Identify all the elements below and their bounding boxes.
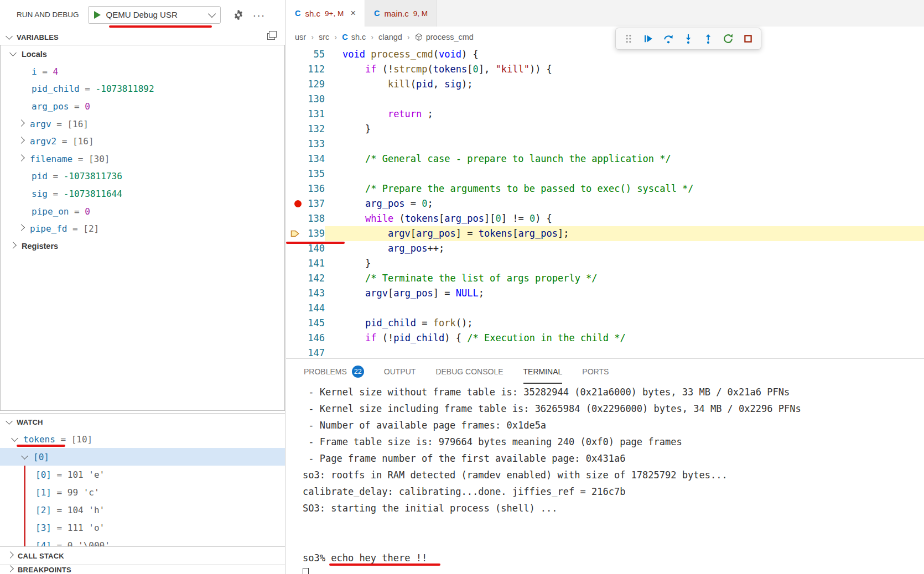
- tree-group-row[interactable]: Registers: [1, 238, 284, 255]
- more-actions-icon[interactable]: ···: [253, 9, 266, 20]
- code-line: 143 argv[arg_pos] = NULL;: [286, 286, 924, 301]
- collapse-panels-icon[interactable]: [267, 33, 275, 40]
- code-area[interactable]: 55void process_cmd(void) {112 if (!strcm…: [286, 47, 924, 358]
- breakpoint-gutter[interactable]: [286, 62, 303, 77]
- tree-variable-row[interactable]: sig = -1073811644: [1, 185, 284, 203]
- tree-group-row[interactable]: Locals: [1, 45, 284, 63]
- watch-section-header[interactable]: WATCH: [0, 414, 285, 430]
- line-number: 132: [303, 122, 325, 137]
- run-and-debug-title: RUN AND DEBUG: [17, 11, 79, 19]
- watch-row[interactable]: [3] = 111 'o': [0, 519, 285, 536]
- tree-variable-row[interactable]: pid = -1073811736: [1, 168, 284, 185]
- watch-tree[interactable]: tokens = [10][0][0] = 101 'e'[1] = 99 'c…: [0, 430, 285, 547]
- tree-variable-row[interactable]: pid_child = -1073811892: [1, 80, 284, 98]
- watch-row[interactable]: [2] = 104 'h': [0, 501, 285, 519]
- breakpoint-gutter[interactable]: [286, 316, 303, 331]
- editor-area: Csh.c9+, M×Cmain.c9, M usr›src›Csh.c›cla…: [286, 0, 924, 574]
- stop-button[interactable]: [740, 30, 756, 47]
- tab-sh.c[interactable]: Csh.c9+, M×: [286, 0, 365, 27]
- breakpoint-gutter[interactable]: [286, 226, 303, 241]
- breakpoint-gutter[interactable]: [286, 166, 303, 181]
- tree-variable-row[interactable]: argv = [16]: [1, 115, 284, 133]
- code-line: 133: [286, 137, 924, 152]
- breadcrumb-item[interactable]: process_cmd: [415, 33, 474, 41]
- run-and-debug-sidebar: RUN AND DEBUG QEMU Debug USR ··· VARIABL…: [0, 0, 285, 574]
- line-number: 139: [303, 226, 325, 241]
- panel-tab-debug-console[interactable]: DEBUG CONSOLE: [435, 359, 503, 384]
- step-into-button[interactable]: [680, 30, 697, 47]
- terminal-cursor: [303, 568, 309, 574]
- watch-row[interactable]: [0] = 101 'e': [0, 466, 285, 483]
- code-line: 136 /* Prepare the arguments to be passe…: [286, 181, 924, 196]
- panel-tab-problems[interactable]: PROBLEMS22: [304, 359, 364, 384]
- breakpoints-section[interactable]: BREAKPOINTS: [0, 565, 285, 574]
- chevron-right-icon[interactable]: [18, 224, 25, 231]
- step-over-button[interactable]: [660, 30, 677, 47]
- gear-icon[interactable]: [233, 9, 244, 20]
- code-line: 145 pid_child = fork();: [286, 316, 924, 331]
- breakpoint-gutter[interactable]: [286, 211, 303, 226]
- chevron-right-icon[interactable]: [18, 154, 25, 161]
- breakpoint-gutter[interactable]: [286, 196, 303, 211]
- breakpoint-gutter[interactable]: [286, 47, 303, 62]
- breakpoint-gutter[interactable]: [286, 77, 303, 92]
- terminal-command: echo hey there !!: [331, 552, 427, 563]
- watch-row[interactable]: [1] = 99 'c': [0, 483, 285, 501]
- line-number: 141: [303, 256, 325, 271]
- step-out-button[interactable]: [700, 30, 717, 47]
- breakpoint-gutter[interactable]: [286, 152, 303, 166]
- chevron-down-icon[interactable]: [11, 435, 18, 442]
- code-line: 147: [286, 346, 924, 358]
- breakpoint-gutter[interactable]: [286, 92, 303, 107]
- tree-variable-row[interactable]: argv2 = [16]: [1, 133, 284, 150]
- breadcrumb-item[interactable]: src: [319, 33, 329, 41]
- breakpoint-gutter[interactable]: [286, 271, 303, 286]
- drag-handle-icon[interactable]: [620, 30, 637, 47]
- line-number: 144: [303, 301, 325, 316]
- breakpoint-gutter[interactable]: [286, 256, 303, 271]
- tab-main.c[interactable]: Cmain.c9, M: [365, 0, 437, 27]
- breadcrumb-item[interactable]: Csh.c: [342, 33, 366, 41]
- breakpoint-icon[interactable]: [294, 200, 302, 207]
- breakpoint-gutter[interactable]: [286, 137, 303, 152]
- chevron-right-icon[interactable]: [9, 242, 17, 249]
- chevron-down-icon[interactable]: [21, 452, 28, 460]
- chevron-right-icon[interactable]: [18, 119, 25, 127]
- variables-tree[interactable]: Localsi = 4pid_child = -1073811892arg_po…: [0, 45, 285, 411]
- terminal-content[interactable]: - Kernel size without frame table is: 35…: [303, 384, 918, 574]
- breakpoint-gutter[interactable]: [286, 122, 303, 137]
- panel-tab-output[interactable]: OUTPUT: [384, 359, 416, 384]
- watch-row[interactable]: [0]: [0, 448, 285, 466]
- debug-config-dropdown[interactable]: QEMU Debug USR: [88, 6, 221, 24]
- breadcrumb-item[interactable]: clangd: [378, 33, 402, 41]
- problems-badge: 22: [352, 366, 364, 378]
- breakpoint-gutter[interactable]: [286, 346, 303, 358]
- tree-variable-row[interactable]: i = 4: [1, 63, 284, 81]
- chevron-down-icon[interactable]: [9, 49, 17, 56]
- chevron-right-icon[interactable]: [18, 137, 25, 144]
- call-stack-section[interactable]: CALL STACK: [0, 546, 285, 565]
- start-debugging-icon[interactable]: [94, 11, 101, 19]
- breakpoint-gutter[interactable]: [286, 107, 303, 122]
- breakpoint-gutter[interactable]: [286, 286, 303, 301]
- restart-button[interactable]: [720, 30, 736, 47]
- tree-variable-row[interactable]: pipe_fd = [2]: [1, 220, 284, 238]
- breakpoint-gutter[interactable]: [286, 181, 303, 196]
- line-number: 143: [303, 286, 325, 301]
- panel-tab-terminal[interactable]: TERMINAL: [523, 359, 563, 384]
- breakpoint-gutter[interactable]: [286, 331, 303, 346]
- terminal-line: - Page frame number of the first availab…: [303, 450, 918, 467]
- breakpoint-gutter[interactable]: [286, 301, 303, 316]
- tree-variable-row[interactable]: filename = [30]: [1, 150, 284, 168]
- breadcrumb-item[interactable]: usr: [295, 33, 306, 41]
- tree-variable-row[interactable]: pipe_on = 0: [1, 202, 284, 220]
- chevron-down-icon: [6, 418, 13, 425]
- annotation-underline-tokens: [17, 445, 65, 447]
- close-icon[interactable]: ×: [350, 8, 356, 19]
- panel-tab-ports[interactable]: PORTS: [582, 359, 609, 384]
- continue-button[interactable]: [640, 30, 657, 47]
- tree-variable-row[interactable]: arg_pos = 0: [1, 98, 284, 116]
- terminal-line: - Kernel size without frame table is: 35…: [303, 384, 918, 400]
- variables-section-header[interactable]: VARIABLES: [0, 29, 285, 45]
- watch-row[interactable]: [4] = 0 '\000': [0, 536, 285, 547]
